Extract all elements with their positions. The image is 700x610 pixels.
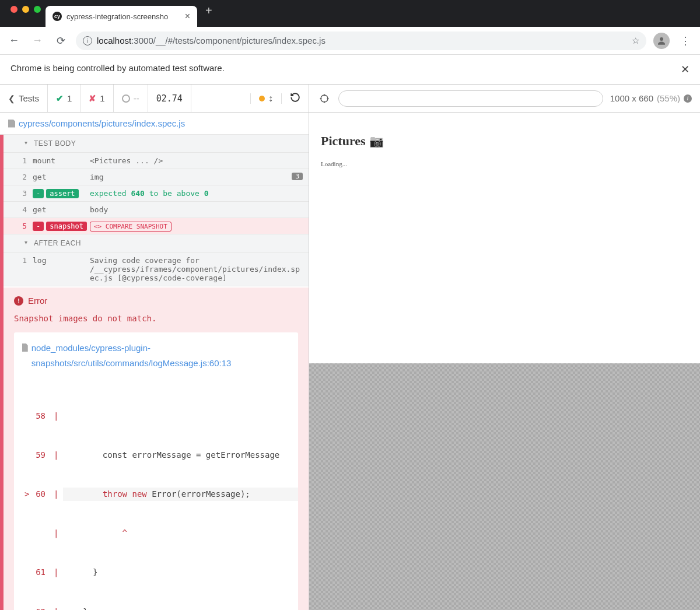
maximize-window-button[interactable]	[34, 6, 41, 13]
site-info-icon[interactable]: i	[83, 36, 92, 45]
command-row[interactable]: 1 log Saving code coverage for /__cypres…	[4, 253, 309, 286]
chevron-left-icon: ❮	[8, 94, 15, 103]
address-bar[interactable]: i localhost:3000/__/#/tests/component/pi…	[76, 31, 646, 50]
reporter-toolbar: ❮ Tests ✔ 1 ✘ 1 -- 02.74 ↕	[0, 85, 309, 113]
minimize-window-button[interactable]	[22, 6, 29, 13]
error-message: Snapshot images do not match.	[14, 314, 298, 323]
app-heading: Pictures 📷	[321, 134, 688, 149]
file-icon	[22, 343, 28, 352]
iframe-viewport: Pictures 📷 Loading...	[309, 113, 700, 610]
reload-button[interactable]: ⟳	[52, 33, 69, 49]
app-under-test: Pictures 📷 Loading...	[309, 113, 700, 363]
passed-count: ✔ 1	[48, 85, 80, 112]
selector-playground-button[interactable]	[317, 92, 331, 106]
close-tab-button[interactable]: ×	[185, 11, 190, 22]
file-icon	[8, 120, 15, 128]
bookmark-star-icon[interactable]: ☆	[632, 36, 639, 46]
restart-tests-button[interactable]	[282, 92, 309, 104]
reporter-panel: ❮ Tests ✔ 1 ✘ 1 -- 02.74 ↕	[0, 85, 309, 610]
failed-count: ✘ 1	[80, 85, 113, 112]
error-panel: ! Error Snapshot images do not match. no…	[4, 288, 309, 610]
tab-title: cypress-integration-screensho	[66, 12, 180, 21]
section-test-body[interactable]: TEST BODY	[4, 135, 309, 153]
chrome-menu-button[interactable]: ⋮	[677, 34, 694, 47]
app-preview-panel: 1000 x 660 (55%) i Pictures 📷 Loading...	[309, 85, 700, 610]
command-row[interactable]: 4 get body	[4, 202, 309, 218]
url-text: localhost:3000/__/#/tests/component/pict…	[97, 36, 326, 45]
error-header: ! Error	[14, 296, 298, 306]
pending-count: --	[114, 85, 148, 112]
element-count-badge: 3	[292, 173, 303, 180]
circle-icon	[122, 94, 130, 103]
info-icon: i	[684, 94, 692, 103]
infobar-message: Chrome is being controlled by automated …	[10, 63, 225, 76]
back-to-tests-button[interactable]: ❮ Tests	[0, 85, 48, 112]
svg-point-1	[321, 95, 328, 102]
error-file-link[interactable]: node_modules/cypress-plugin-snapshots/sr…	[14, 332, 298, 378]
cypress-favicon-icon: cy	[52, 12, 62, 21]
close-window-button[interactable]	[10, 6, 18, 13]
error-icon: !	[14, 296, 23, 306]
spec-file-link[interactable]: cypress/components/pictures/index.spec.j…	[0, 113, 309, 135]
forward-button[interactable]: →	[29, 33, 46, 49]
compare-snapshot-badge: <> COMPARE SNAPSHOT	[90, 222, 172, 232]
iframe-header: 1000 x 660 (55%) i	[309, 85, 700, 113]
command-row[interactable]: 2 get img 3	[4, 169, 309, 185]
iframe-url-input[interactable]	[338, 90, 603, 107]
browser-tabstrip: cy cypress-integration-screensho × +	[0, 0, 700, 27]
automation-infobar: Chrome is being controlled by automated …	[0, 55, 700, 85]
status-dot-icon	[259, 96, 265, 101]
new-tab-button[interactable]: +	[197, 4, 220, 23]
profile-avatar-icon[interactable]	[653, 33, 670, 49]
expand-arrows-icon: ↕	[268, 93, 273, 104]
section-after-each[interactable]: AFTER EACH	[4, 234, 309, 253]
infobar-close-button[interactable]: ✕	[681, 63, 690, 76]
command-row-snapshot[interactable]: 5 -snapshot <> COMPARE SNAPSHOT	[4, 218, 309, 234]
loading-text: Loading...	[321, 160, 688, 167]
window-controls	[6, 6, 46, 21]
refresh-icon	[290, 92, 300, 104]
auto-scroll-toggle[interactable]: ↕	[250, 93, 282, 104]
browser-toolbar: ← → ⟳ i localhost:3000/__/#/tests/compon…	[0, 27, 700, 55]
back-button[interactable]: ←	[6, 33, 22, 49]
viewport-info[interactable]: 1000 x 660 (55%) i	[610, 93, 692, 103]
error-code-frame: node_modules/cypress-plugin-snapshots/sr…	[14, 332, 298, 610]
command-row-assert[interactable]: 3 -assert expected 640 to be above 0	[4, 185, 309, 202]
command-row[interactable]: 1 mount <Pictures ... />	[4, 153, 309, 169]
code-snippet: 58| 59| const errorMessage = getErrorMes…	[14, 378, 298, 610]
camera-icon: 📷	[369, 134, 384, 148]
x-icon: ✘	[89, 93, 96, 104]
check-icon: ✔	[56, 93, 64, 104]
browser-tab[interactable]: cy cypress-integration-screensho ×	[46, 6, 197, 27]
duration: 02.74	[148, 85, 191, 112]
svg-point-0	[660, 37, 663, 41]
